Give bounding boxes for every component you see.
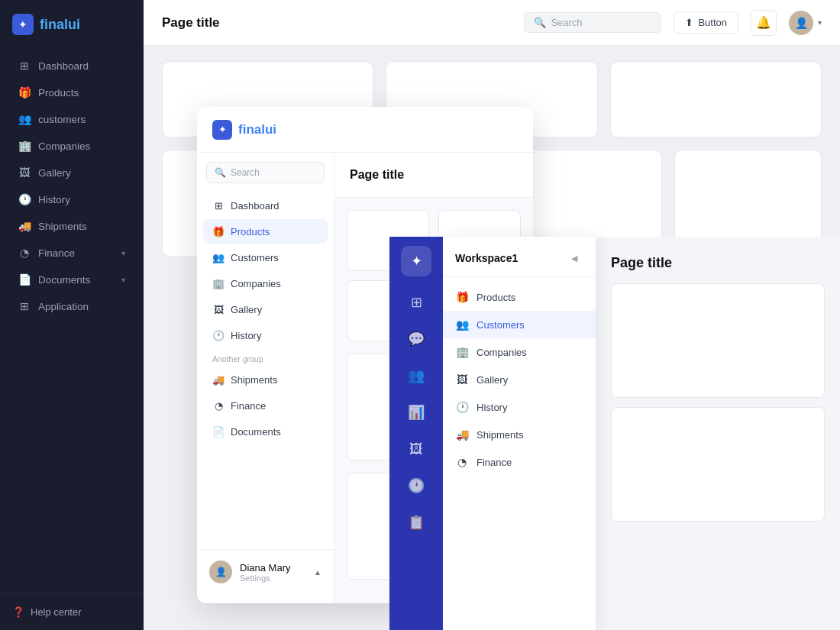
white-dashboard-icon: ⊞ <box>212 199 225 212</box>
sidebar-item-customers[interactable]: 👥 customers <box>6 106 137 132</box>
icon-nav-clipboard[interactable]: 📋 <box>399 506 433 539</box>
icon-nav-grid[interactable]: ⊞ <box>399 286 433 319</box>
bell-icon: 🔔 <box>756 15 771 30</box>
white-nav-history[interactable]: 🕐 History <box>203 323 328 347</box>
collapse-nav-button[interactable]: ◀ <box>565 249 583 267</box>
group-label: Another group <box>197 348 334 367</box>
sidebar-item-finance[interactable]: ◔ Finance ▾ <box>6 240 137 266</box>
documents-chevron-icon: ▾ <box>121 276 125 284</box>
white-shipments-icon: 🚚 <box>212 373 225 386</box>
dark-logo-text: finalui <box>40 17 80 33</box>
avatar: 👤 <box>789 11 813 35</box>
history-icon: 🕐 <box>18 193 31 205</box>
exp-history-icon: 🕐 <box>455 400 469 414</box>
white-page-title: Page title <box>334 153 533 198</box>
white-nav-shipments[interactable]: 🚚 Shipments <box>203 367 328 392</box>
dark-logo-icon: ✦ <box>12 14 34 35</box>
white-user-avatar: 👤 <box>209 561 232 583</box>
right-content-panel: Page title <box>596 237 840 630</box>
products-icon: 🎁 <box>18 86 31 99</box>
exp-nav-history[interactable]: 🕐 History <box>443 393 596 421</box>
white-nav-customers[interactable]: 👥 Customers <box>203 245 328 270</box>
sidebar-item-documents[interactable]: 📄 Documents ▾ <box>6 267 137 292</box>
white-documents-icon: 📄 <box>212 425 225 438</box>
finance-chevron-icon: ▾ <box>121 249 125 257</box>
white-companies-icon: 🏢 <box>212 277 225 289</box>
user-chevron-up-icon: ▲ <box>314 568 321 577</box>
white-products-icon: 🎁 <box>212 225 225 237</box>
sidebar-item-application[interactable]: ⊞ Application <box>6 293 137 319</box>
dashboard-icon: ⊞ <box>18 60 31 72</box>
right-card-2 <box>611 407 825 522</box>
user-avatar-button[interactable]: 👤 ▾ <box>789 11 822 35</box>
dark-sidebar: ✦ finalui ⊞ Dashboard 🎁 Products 👥 custo… <box>0 0 144 630</box>
page-title: Page title <box>162 15 512 31</box>
search-box[interactable]: 🔍 Search <box>524 12 661 33</box>
white-nav-finance[interactable]: ◔ Finance <box>203 393 328 418</box>
white-nav-products[interactable]: 🎁 Products <box>203 219 328 244</box>
icon-nav-chat[interactable]: 💬 <box>399 322 433 356</box>
gallery-icon: 🖼 <box>18 166 31 179</box>
exp-nav-customers[interactable]: 👥 Customers <box>443 311 596 338</box>
white-nav-companies[interactable]: 🏢 Companies <box>203 271 328 296</box>
help-center-button[interactable]: ❓ Help center <box>0 593 144 630</box>
sidebar-item-dashboard[interactable]: ⊞ Dashboard <box>6 53 137 79</box>
icon-nav-users[interactable]: 👥 <box>399 359 433 393</box>
shipments-icon: 🚚 <box>18 220 31 232</box>
application-icon: ⊞ <box>18 300 31 312</box>
companies-icon: 🏢 <box>18 140 31 152</box>
icon-sidebar-logo[interactable]: ✦ <box>401 246 431 276</box>
white-search-icon: 🔍 <box>215 167 226 178</box>
white-user-area[interactable]: 👤 Diana Mary Settings ▲ <box>197 549 334 594</box>
icon-nav-chart[interactable]: 📊 <box>399 396 433 429</box>
white-logo-text: finalui <box>238 122 276 137</box>
right-card-1 <box>611 283 825 398</box>
white-search-box[interactable]: 🔍 Search <box>206 162 325 183</box>
help-icon: ❓ <box>12 606 24 618</box>
white-nav-dashboard[interactable]: ⊞ Dashboard <box>203 193 328 218</box>
sidebar-item-gallery[interactable]: 🖼 Gallery <box>6 160 137 186</box>
icon-nav-image[interactable]: 🖼 <box>399 432 433 466</box>
expanded-nav-items: 🎁 Products 👥 Customers 🏢 Companies 🖼 Gal… <box>443 277 596 476</box>
finance-icon: ◔ <box>18 247 31 259</box>
sidebar-item-companies[interactable]: 🏢 Companies <box>6 133 137 159</box>
sidebar-item-history[interactable]: 🕐 History <box>6 186 137 212</box>
customers-icon: 👥 <box>18 113 31 125</box>
sidebar-item-shipments[interactable]: 🚚 Shipments <box>6 213 137 239</box>
exp-customers-icon: 👥 <box>455 318 469 331</box>
exp-shipments-icon: 🚚 <box>455 428 469 441</box>
exp-companies-icon: 🏢 <box>455 345 469 359</box>
exp-nav-products[interactable]: 🎁 Products <box>443 283 596 311</box>
stat-card-3 <box>610 61 822 137</box>
notifications-button[interactable]: 🔔 <box>751 10 777 36</box>
upload-icon: ⬆ <box>685 17 693 28</box>
white-logo[interactable]: ✦ finalui <box>212 120 276 140</box>
sidebar-item-products[interactable]: 🎁 Products <box>6 79 137 105</box>
exp-gallery-icon: 🖼 <box>455 373 469 386</box>
upload-button[interactable]: ⬆ Button <box>674 11 738 34</box>
right-page-title: Page title <box>611 255 825 271</box>
dark-header: Page title 🔍 Search ⬆ Button 🔔 👤 ▾ <box>144 0 840 46</box>
white-logo-icon: ✦ <box>212 120 232 140</box>
white-history-icon: 🕐 <box>212 329 225 341</box>
workspace-title: Workspace1 <box>455 252 518 264</box>
white-nav-documents[interactable]: 📄 Documents <box>203 419 328 444</box>
search-icon: 🔍 <box>534 17 546 28</box>
exp-nav-companies[interactable]: 🏢 Companies <box>443 338 596 366</box>
icon-sidebar: ✦ ⊞ 💬 👥 📊 🖼 🕐 📋 <box>389 237 443 630</box>
white-finance-icon: ◔ <box>212 399 225 412</box>
exp-nav-gallery[interactable]: 🖼 Gallery <box>443 366 596 393</box>
expanded-nav-panel: Workspace1 ◀ 🎁 Products 👥 Customers 🏢 Co… <box>443 237 596 630</box>
expanded-nav-header: Workspace1 ◀ <box>443 249 596 277</box>
icon-nav-clock[interactable]: 🕐 <box>399 469 433 502</box>
exp-products-icon: 🎁 <box>455 290 469 304</box>
white-customers-icon: 👥 <box>212 251 225 263</box>
white-nav-gallery[interactable]: 🖼 Gallery <box>203 297 328 321</box>
dark-logo-area[interactable]: ✦ finalui <box>0 0 144 49</box>
exp-nav-shipments[interactable]: 🚚 Shipments <box>443 421 596 448</box>
exp-finance-icon: ◔ <box>455 455 469 469</box>
dark-nav: ⊞ Dashboard 🎁 Products 👥 customers 🏢 Com… <box>0 49 144 593</box>
white-sidebar: 🔍 Search ⊞ Dashboard 🎁 Products 👥 Custom… <box>197 153 334 603</box>
chevron-down-icon: ▾ <box>818 18 822 27</box>
exp-nav-finance[interactable]: ◔ Finance <box>443 448 596 476</box>
